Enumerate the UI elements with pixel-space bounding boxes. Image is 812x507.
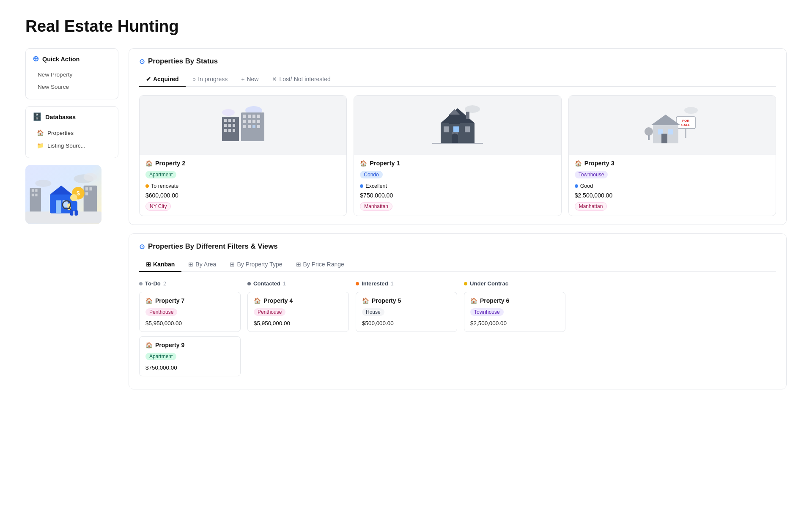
- svg-rect-57: [449, 115, 460, 124]
- home-icon-2: 🏠: [145, 160, 153, 167]
- properties-by-filters-title: Properties By Different Filters & Views: [148, 242, 278, 251]
- home-icon-4: 🏠: [254, 297, 261, 304]
- contacted-count: 1: [283, 281, 286, 287]
- svg-rect-60: [453, 126, 459, 132]
- prop5-title: 🏠 Property 5: [362, 297, 451, 304]
- sidebar-item-properties[interactable]: 🏠 Properties: [33, 126, 111, 139]
- status-section-icon: ⊙: [139, 58, 145, 66]
- prop4-price: $5,950,000.00: [254, 320, 343, 326]
- kanban-card-prop5: 🏠 Property 5 House $500,000.00: [356, 292, 457, 332]
- tab-kanban[interactable]: ⊞ Kanban: [139, 258, 181, 272]
- sidebar-item-listing-source[interactable]: 📁 Listing Sourc...: [33, 139, 111, 152]
- property-1-type-tag: Condo: [360, 171, 382, 178]
- svg-rect-26: [74, 210, 77, 216]
- property-card-1-body: 🏠 Property 1 Condo Excellent $7: [354, 155, 561, 216]
- home-icon-1: 🏠: [360, 160, 367, 167]
- properties-by-status-header: ⊙ Properties By Status: [139, 57, 776, 66]
- prop5-price: $500,000.00: [362, 320, 451, 326]
- svg-rect-33: [224, 124, 227, 127]
- properties-by-filters-section: ⊙ Properties By Different Filters & View…: [129, 233, 787, 389]
- svg-rect-15: [56, 200, 61, 214]
- svg-point-76: [645, 127, 653, 136]
- interested-dot: [356, 282, 359, 285]
- property-card-3-body: 🏠 Property 3 Townhouse Good $2,: [569, 155, 776, 216]
- house-illustration: [430, 100, 485, 151]
- listing-source-label: Listing Sourc...: [47, 143, 85, 149]
- tab-by-price[interactable]: ⊞ By Price Range: [289, 258, 351, 272]
- property-2-type-tag: Apartment: [145, 171, 176, 178]
- svg-rect-44: [243, 120, 246, 123]
- x-icon: ✕: [272, 76, 277, 82]
- svg-rect-46: [252, 120, 255, 123]
- tab-by-type[interactable]: ⊞ By Property Type: [223, 258, 289, 272]
- property-3-price: $2,500,000.00: [575, 192, 770, 199]
- kanban-column-under-contract: Under Contrac 🏠 Property 6 Townhouse $2,…: [464, 280, 565, 381]
- todo-count: 2: [163, 281, 166, 287]
- prop6-title: 🏠 Property 6: [470, 297, 559, 304]
- home-icon-9: 🏠: [145, 342, 153, 348]
- kanban-card-prop4: 🏠 Property 4 Penthouse $5,950,000.00: [247, 292, 349, 332]
- svg-rect-42: [252, 115, 255, 118]
- svg-rect-11: [85, 192, 88, 195]
- new-source-button[interactable]: New Source: [33, 81, 111, 93]
- kanban-header-contacted: Contacted 1: [247, 280, 349, 287]
- prop7-title: 🏠 Property 7: [145, 297, 234, 304]
- property-2-title: 🏠 Property 2: [145, 160, 340, 167]
- svg-rect-47: [257, 120, 260, 123]
- plus-icon: +: [241, 76, 244, 82]
- prop6-type: Townhouse: [470, 308, 504, 316]
- property-card-1: 🏠 Property 1 Condo Excellent $7: [354, 95, 561, 216]
- kanban-card-prop7: 🏠 Property 7 Penthouse $5,950,000.00: [139, 292, 241, 332]
- svg-text:$: $: [77, 190, 80, 197]
- properties-by-status-section: ⊙ Properties By Status ✔ Acquired ○ In p…: [129, 48, 787, 225]
- illustration-svg: $: [25, 165, 102, 224]
- illustration-image: $: [25, 165, 102, 224]
- svg-rect-43: [257, 115, 260, 118]
- quick-action-label: Quick Action: [42, 56, 80, 63]
- contacted-dot: [247, 282, 251, 285]
- svg-rect-25: [70, 210, 73, 216]
- svg-rect-59: [444, 126, 449, 132]
- svg-rect-12: [25, 211, 102, 224]
- property-3-type-tag: Townhouse: [575, 171, 608, 178]
- property-card-1-image: [354, 96, 561, 155]
- kanban-card-prop6: 🏠 Property 6 Townhouse $2,500,000.00: [464, 292, 565, 332]
- database-icon: 🗄️: [33, 112, 42, 121]
- property-3-location: Manhattan: [575, 202, 607, 211]
- check-icon: ✔: [146, 76, 151, 82]
- kanban-header-todo: To-Do 2: [139, 280, 241, 287]
- folder-icon: 📁: [37, 142, 44, 149]
- property-2-location: NY City: [145, 202, 171, 211]
- property-3-status: Good: [575, 183, 593, 189]
- svg-rect-31: [228, 119, 231, 122]
- tab-in-progress[interactable]: ○ In progress: [186, 72, 235, 87]
- property-1-title: 🏠 Property 1: [360, 160, 555, 167]
- property-card-3: FOR SALE: [568, 95, 776, 216]
- tab-new[interactable]: + New: [234, 72, 265, 87]
- under-contract-dot: [464, 282, 467, 285]
- prop4-type: Penthouse: [254, 308, 285, 316]
- quick-action-card: ⊕ Quick Action New Property New Source: [25, 48, 118, 99]
- svg-rect-35: [233, 124, 235, 127]
- tab-by-area[interactable]: ⊞ By Area: [181, 258, 223, 272]
- svg-point-1: [84, 173, 97, 181]
- new-property-button[interactable]: New Property: [33, 69, 111, 81]
- svg-rect-52: [216, 141, 271, 151]
- tab-lost[interactable]: ✕ Lost/ Not interested: [265, 72, 337, 87]
- blue-dot-1: [360, 184, 363, 188]
- kanban-column-contacted: Contacted 1 🏠 Property 4 Penthouse $5,95…: [247, 280, 349, 381]
- sidebar-illustration: $: [25, 165, 118, 224]
- svg-rect-6: [32, 194, 34, 196]
- apartment-illustration: [216, 100, 271, 151]
- kanban-header-under-contract: Under Contrac: [464, 280, 565, 287]
- svg-rect-10: [89, 187, 92, 190]
- tab-acquired[interactable]: ✔ Acquired: [139, 72, 186, 87]
- properties-by-filters-header: ⊙ Properties By Different Filters & View…: [139, 242, 776, 251]
- property-2-status: To renovate: [145, 183, 178, 189]
- kanban-column-interested: Interested 1 🏠 Property 5 House $500,000…: [356, 280, 457, 381]
- databases-label: Databases: [45, 114, 76, 121]
- status-tabs: ✔ Acquired ○ In progress + New ✕ Lost/ N…: [139, 72, 776, 87]
- svg-rect-4: [32, 189, 34, 192]
- area-icon: ⊞: [188, 261, 193, 268]
- prop9-title: 🏠 Property 9: [145, 342, 234, 348]
